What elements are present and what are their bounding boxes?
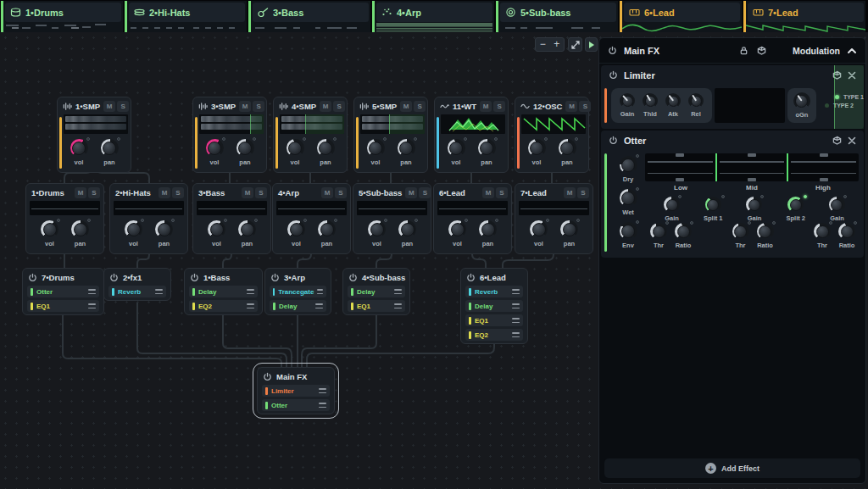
sample-waveform-display[interactable] [360,114,425,134]
fx-item-eq1[interactable]: EQ1 [27,300,99,312]
volume-knob[interactable] [448,139,465,157]
drag-handle-icon[interactable] [247,289,254,294]
fx-item-reverb[interactable]: Reverb [108,286,166,297]
pan-knob[interactable] [478,139,496,157]
loop-region[interactable] [305,114,344,134]
tab-bass[interactable]: 3•Bass [248,1,370,32]
drag-handle-icon[interactable] [512,289,520,294]
band-high[interactable] [787,153,859,181]
gain-knob[interactable] [620,93,635,108]
chevron-up-icon[interactable] [847,47,857,54]
fx-item-otter[interactable]: Otter [27,286,99,297]
mute-button[interactable]: M [565,101,577,112]
zoom-in-button[interactable]: + [550,38,565,51]
drag-handle-icon[interactable] [394,289,402,294]
instrument-node-3-smp[interactable]: 3•SMP MS vol pan [192,97,267,173]
env-knob[interactable] [620,222,637,240]
fx-chain-node-arp[interactable]: 3•Arp Trancegate Delay [264,268,331,315]
pan-knob[interactable] [317,139,335,157]
oscillator-waveform-display[interactable] [521,114,586,134]
mid-gain-knob[interactable] [746,197,762,213]
band-low[interactable] [645,153,715,181]
power-icon[interactable] [28,273,37,282]
volume-knob[interactable] [448,220,466,238]
fx-item-delay[interactable]: Delay [465,300,523,312]
power-icon[interactable] [270,273,280,282]
solo-button[interactable]: S [493,101,505,112]
volume-knob[interactable] [528,139,546,157]
pan-knob[interactable] [559,139,576,157]
track-node-lead-7[interactable]: 7•Lead MS vol pan [515,183,593,254]
drag-handle-icon[interactable] [155,289,163,294]
pan-knob[interactable] [479,220,497,238]
drag-handle-icon[interactable] [512,332,520,337]
solo-button[interactable]: S [255,187,267,198]
low-ratio-knob[interactable] [675,223,692,240]
wet-knob[interactable] [620,189,637,207]
wavetable-display[interactable] [441,114,505,134]
drag-handle-icon[interactable] [88,289,96,294]
main-fx-node[interactable]: Main FX Limiter Otter [257,367,335,414]
pan-knob[interactable] [238,220,256,238]
volume-knob[interactable] [41,220,58,238]
fx-chain-node-bass[interactable]: 1•Bass Delay EQ2 [184,268,263,315]
track-node-drums[interactable]: 1•Drums MS vol pan [25,183,104,254]
tab-hihats[interactable]: 2•Hi-Hats [125,1,247,32]
tab-arp[interactable]: 4•Arp [372,1,494,32]
solo-button[interactable]: S [172,187,184,198]
solo-button[interactable]: S [414,101,426,112]
fx-chain-node-fx1[interactable]: 2•fx1 Reverb [103,268,171,301]
mute-button[interactable]: M [320,101,331,112]
fx-item-otter[interactable]: Otter [262,399,330,411]
volume-knob[interactable] [208,220,225,238]
fx-chain-node-subbass[interactable]: 4•Sub-bass Delay EQ1 [342,268,410,315]
drag-handle-icon[interactable] [512,318,520,323]
mute-button[interactable]: M [321,187,333,198]
drag-handle-icon[interactable] [512,303,520,308]
mute-button[interactable]: M [239,101,251,112]
mute-button[interactable]: M [482,187,494,198]
attack-knob[interactable] [665,93,681,108]
track-node-bass[interactable]: 3•Bass MS vol pan [192,183,271,254]
fx-item-reverb[interactable]: Reverb [465,286,523,297]
mute-button[interactable]: M [103,101,115,112]
fx-chain-node-lead[interactable]: 6•Lead Reverb Delay EQ1 EQ2 [460,268,528,344]
track-node-hihats[interactable]: 2•Hi-Hats MS vol pan [109,183,188,254]
fx-item-eq1[interactable]: EQ1 [348,300,405,312]
band-handle[interactable] [676,153,684,157]
zoom-control[interactable]: − + [535,37,565,52]
pan-knob[interactable] [71,220,89,238]
open-panel-button[interactable] [585,37,598,52]
fx-item-delay[interactable]: Delay [189,286,258,297]
pan-knob[interactable] [155,220,173,238]
pan-knob[interactable] [101,139,119,157]
pan-knob[interactable] [236,139,254,157]
solo-button[interactable]: S [419,187,431,198]
lock-icon[interactable] [739,46,748,55]
volume-knob[interactable] [367,139,385,157]
mute-button[interactable]: M [242,187,253,198]
solo-button[interactable]: S [253,101,264,112]
high-ratio-knob[interactable] [838,223,855,240]
track-node-arp[interactable]: 4•Arp MS vol pan [272,183,351,254]
drag-handle-icon[interactable] [315,303,323,308]
mid-threshold-knob[interactable] [732,223,749,240]
fx-item-delay[interactable]: Delay [270,300,326,312]
drag-handle-icon[interactable] [319,403,326,408]
preset-cube-icon[interactable] [832,136,842,145]
sample-waveform-display[interactable] [280,114,344,134]
tab-drums[interactable]: 1•Drums [1,1,123,32]
dry-knob[interactable] [620,156,637,174]
loop-region[interactable] [389,114,425,134]
solo-button[interactable]: S [335,187,347,198]
track-node-subbass[interactable]: 5•Sub-bass MS vol pan [353,183,431,254]
fit-view-button[interactable] [568,37,582,52]
split-1-knob[interactable] [705,197,721,213]
fx-item-eq2[interactable]: EQ2 [189,300,258,312]
drag-handle-icon[interactable] [394,303,402,308]
drag-handle-icon[interactable] [317,289,323,294]
instrument-node-4-smp[interactable]: 4•SMP MS vol pan [273,97,348,173]
mute-button[interactable]: M [405,187,417,198]
fx-item-eq1[interactable]: EQ1 [465,314,523,326]
multiband-display[interactable] [645,153,859,181]
